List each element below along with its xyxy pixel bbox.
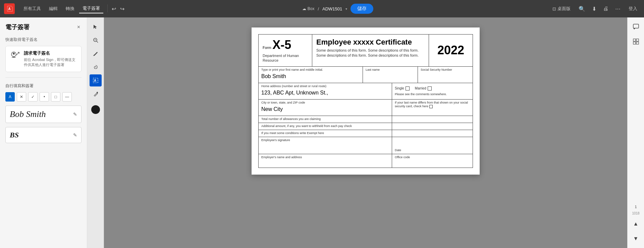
initials-text: BS: [10, 131, 19, 139]
pdf-page: Form X-5 Department of Human Resource Em…: [252, 27, 480, 175]
panel-title: 電子簽署: [5, 23, 30, 31]
close-icon[interactable]: ×: [76, 23, 82, 32]
initials-card[interactable]: BS ✎: [5, 127, 82, 143]
pen-tool[interactable]: [90, 48, 102, 60]
tool-cross-icon[interactable]: ✕: [17, 92, 26, 102]
signature-edit-icon[interactable]: ✎: [73, 112, 77, 117]
name-differs-note: If your last name differs from that show…: [395, 101, 470, 109]
select-tool[interactable]: A: [90, 74, 102, 86]
exempt-right: [392, 130, 473, 137]
additional-label: Additional amount, if any, you want to w…: [261, 124, 389, 128]
ssn-label: Social Security Number: [421, 68, 470, 71]
tool-check-icon[interactable]: ✓: [28, 92, 38, 102]
toolbar-nav: 所有工具 編輯 轉換 電子簽署: [20, 4, 103, 13]
tool-icons-row: A ✕ ✓ • □ —: [0, 91, 87, 103]
undo-redo-group: ↩ ↪: [106, 4, 126, 13]
employee-sig-field: Employee's signature: [259, 137, 392, 154]
first-name-label: Type or print your first name and middle…: [261, 68, 360, 71]
request-esign-card[interactable]: 請求電子簽名 前往 Acrobat Sign，即可傳送文件供其他人進行電子簽署: [5, 46, 82, 72]
allowances-row: Total number of allowances you are claim…: [259, 116, 473, 123]
signature-row: Employee's signature Date: [259, 137, 473, 154]
magic-tool[interactable]: [90, 88, 102, 100]
desktop-btn[interactable]: ⊡ 桌面版: [550, 4, 573, 13]
tool-dot-icon[interactable]: •: [40, 92, 49, 102]
save-button[interactable]: 儲存: [351, 4, 373, 14]
file-name: ADW1501: [322, 6, 342, 11]
content-area[interactable]: Form X-5 Department of Human Resource Em…: [104, 17, 627, 248]
comments-note: Please see the comments somewhere.: [395, 92, 470, 97]
exempt-label: If you meet some conditions write Exempt…: [261, 131, 389, 135]
additional-right: [392, 123, 473, 130]
self-fill-label: 自行填寫和簽署: [0, 80, 87, 91]
svg-rect-13: [636, 42, 639, 44]
form-right-header: 2022: [429, 35, 473, 66]
date-label: Date: [395, 148, 470, 152]
cursor-tool[interactable]: [90, 21, 102, 33]
signature-text: Bob Smith: [10, 109, 46, 119]
search-icon[interactable]: 🔍: [577, 4, 587, 13]
allowances-right: [392, 116, 473, 123]
differs-checkbox[interactable]: [429, 105, 433, 108]
employer-row: Employer's name and address Office code: [259, 154, 473, 168]
scroll-up-icon[interactable]: ▲: [630, 218, 642, 230]
form-container: Form X-5 Department of Human Resource Em…: [258, 34, 473, 168]
name-differs-field: If your last name differs from that show…: [392, 100, 473, 116]
married-checkbox[interactable]: [428, 86, 432, 90]
single-label: Single: [395, 86, 404, 90]
office-field: Office code: [392, 154, 473, 168]
marital-status-field: Single Married Please see the comments s…: [392, 83, 473, 99]
request-esign-info: 請求電子簽名 前往 Acrobat Sign，即可傳送文件供其他人進行電子簽署: [24, 50, 77, 68]
office-label: Office code: [395, 156, 470, 159]
page-total: 1018: [632, 211, 639, 215]
svg-point-8: [97, 92, 98, 93]
svg-text:A: A: [94, 79, 96, 82]
nav-edit[interactable]: 編輯: [46, 4, 61, 13]
undo-button[interactable]: ↩: [110, 4, 117, 13]
chevron-down-icon[interactable]: ▾: [345, 7, 347, 11]
grid-icon[interactable]: [630, 36, 642, 48]
nav-esign[interactable]: 電子簽署: [79, 4, 103, 13]
marital-options: Single Married: [395, 84, 470, 92]
employer-field: Employer's name and address: [259, 154, 392, 168]
cloud-icon-label: ☁ Box: [302, 6, 315, 11]
redo-button[interactable]: ↪: [119, 4, 126, 13]
form-title: Employee xxxxx Certificate: [316, 38, 425, 47]
signature-card[interactable]: Bob Smith ✎: [5, 106, 82, 123]
employee-sig-label: Employee's signature: [261, 138, 389, 142]
married-label: Married: [415, 86, 426, 90]
single-checkbox[interactable]: [406, 86, 410, 90]
svg-rect-10: [633, 39, 636, 41]
login-button[interactable]: 登入: [626, 4, 640, 13]
first-name-value: Bob Smith: [261, 72, 360, 81]
additional-field: Additional amount, if any, you want to w…: [259, 123, 392, 130]
address-field: Home address (number and street or rural…: [259, 83, 392, 99]
tool-rect-icon[interactable]: □: [51, 92, 60, 102]
last-name-field: Last name: [363, 67, 418, 83]
tool-text-icon[interactable]: A: [5, 92, 15, 102]
zoom-tool[interactable]: [90, 34, 102, 46]
panel-divider: [5, 77, 82, 78]
additional-row: Additional amount, if any, you want to w…: [259, 123, 473, 130]
nav-convert[interactable]: 轉換: [62, 4, 78, 13]
allowances-field: Total number of allowances you are claim…: [259, 116, 392, 123]
color-picker[interactable]: [91, 105, 100, 114]
scroll-down-icon[interactable]: ▼: [630, 233, 642, 245]
panel-header: 電子簽署 ×: [0, 17, 87, 34]
name-ssn-row: Type or print your first name and middle…: [259, 67, 473, 83]
more-options-icon[interactable]: ⋯: [614, 4, 622, 13]
left-panel: 電子簽署 × 快速取得電子簽名 請求電子簽名 前往 Acrobat Si: [0, 17, 87, 248]
comment-icon[interactable]: [630, 21, 642, 33]
employer-label: Employer's name and address: [261, 156, 389, 159]
date-field: Date: [392, 137, 473, 154]
page-number: 1: [635, 205, 637, 209]
tool-line-icon[interactable]: —: [62, 92, 72, 102]
download-icon[interactable]: ⬇: [591, 4, 598, 13]
city-row: City or town, state, and ZIP code New Ci…: [259, 100, 473, 116]
swirl-tool[interactable]: [90, 61, 102, 73]
request-esign-title: 請求電子簽名: [24, 50, 77, 56]
single-option: Single: [395, 86, 410, 91]
print-icon[interactable]: 🖨: [602, 4, 610, 13]
initials-edit-icon[interactable]: ✎: [73, 132, 77, 138]
address-value: 123, ABC Apt, Unknown St.,: [261, 88, 389, 98]
nav-all-tools[interactable]: 所有工具: [20, 4, 44, 13]
